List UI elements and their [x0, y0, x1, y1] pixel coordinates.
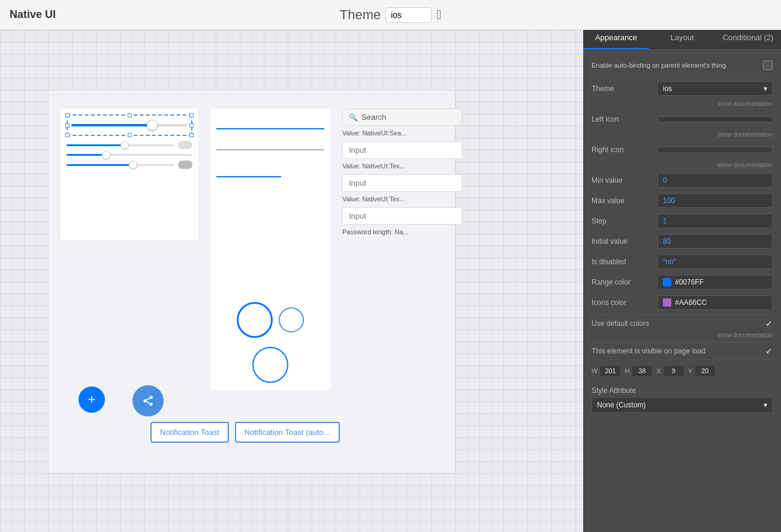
style-attr-row: Style Attribute None (Custom) ▾ — [592, 386, 773, 413]
input-value-text-2: Value: NativeUI:Tex... — [342, 195, 462, 202]
max-value-label: Max value — [592, 197, 658, 205]
fab-share-button[interactable] — [132, 385, 164, 416]
handle-ml[interactable] — [65, 123, 70, 128]
right-icon-value[interactable] — [658, 147, 773, 153]
is-disabled-prop-row: Is disabled "no" — [592, 253, 773, 270]
initial-value-input[interactable]: 80 — [658, 234, 773, 249]
left-icon-show-doc[interactable]: show documentation — [592, 131, 773, 138]
handle-tm[interactable] — [128, 113, 132, 117]
text-field-3[interactable] — [216, 162, 281, 177]
radio-circle-3[interactable] — [252, 347, 288, 383]
input-field-1[interactable] — [342, 141, 462, 159]
tab-appearance[interactable]: Appearance — [583, 27, 649, 49]
svg-line-4 — [146, 398, 150, 400]
slider-selected[interactable] — [67, 114, 192, 136]
visible-on-load-row: This element is visible on page load ✓ — [592, 342, 773, 359]
max-value-input[interactable]: 100 — [658, 194, 773, 208]
style-attr-label: Style Attribute — [592, 386, 773, 395]
step-label: Step — [592, 217, 658, 225]
auto-bind-toggle[interactable] — [763, 61, 773, 70]
input-field-3[interactable] — [342, 207, 462, 225]
visible-check-icon[interactable]: ✓ — [765, 346, 773, 356]
notification-toast-button[interactable]: Notification Toast — [150, 422, 229, 443]
range-color-label: Range color — [592, 278, 658, 286]
y-group: Y 20 — [688, 365, 716, 377]
slider-mini-fill-3 — [67, 154, 104, 156]
text-field-1[interactable] — [216, 114, 324, 129]
use-default-check-icon[interactable]: ✓ — [765, 319, 773, 328]
share-icon — [142, 395, 154, 407]
use-default-show-doc[interactable]: show documentation — [592, 332, 773, 338]
search-box[interactable]: 🔍 Search — [342, 108, 462, 126]
y-value[interactable]: 20 — [694, 365, 716, 377]
icons-color-label: Icons color — [592, 298, 658, 307]
svg-point-0 — [150, 396, 153, 399]
input-field-2[interactable] — [342, 174, 462, 192]
use-default-label: Use default colors — [592, 319, 649, 328]
left-icon-value[interactable] — [658, 116, 773, 122]
handle-br[interactable] — [189, 133, 194, 137]
radio-circles-area — [210, 294, 330, 390]
input-value-text-1: Value: NativeUI:Tex... — [342, 162, 462, 170]
apple-icon:  — [436, 7, 441, 23]
slider-mini-thumb-3[interactable] — [102, 151, 110, 159]
w-label: W — [592, 367, 598, 374]
slider-track-1[interactable] — [71, 124, 188, 126]
slider-mini-3[interactable] — [67, 154, 192, 156]
icons-color-input[interactable]: #AA66CC — [658, 295, 773, 310]
handle-bl[interactable] — [65, 133, 70, 137]
theme-select[interactable]: ios android — [385, 7, 432, 23]
fab-plus-button[interactable]: + — [79, 386, 105, 413]
right-icon-show-doc[interactable]: show documentation — [592, 162, 773, 168]
svg-point-2 — [150, 403, 153, 406]
search-icon: 🔍 — [349, 113, 358, 122]
w-value[interactable]: 201 — [599, 365, 621, 377]
slider-fill-1 — [71, 124, 153, 126]
handle-tr[interactable] — [189, 113, 194, 117]
handle-mr[interactable] — [189, 123, 194, 128]
height-group: H 38 — [625, 365, 653, 377]
min-value-input[interactable]: 0 — [658, 173, 773, 188]
handle-tl[interactable] — [65, 113, 70, 117]
min-value-prop-row: Min value 0 — [592, 172, 773, 189]
theme-prop-value[interactable]: ios ▾ — [658, 81, 773, 96]
search-input-area: 🔍 Search Value: NativeUI:Sea... Value: N… — [342, 108, 462, 468]
radio-circle-1[interactable] — [237, 302, 273, 338]
style-attr-select[interactable]: None (Custom) ▾ — [592, 397, 773, 413]
search-value-text: Value: NativeUI:Sea... — [342, 129, 462, 137]
toggle-4[interactable] — [178, 161, 192, 169]
x-value[interactable]: 9 — [663, 365, 684, 377]
max-value-prop-row: Max value 100 — [592, 192, 773, 209]
radio-circle-2[interactable] — [279, 307, 304, 332]
app-title: Native UI — [10, 8, 56, 21]
text-field-2[interactable] — [216, 135, 324, 150]
search-text: Search — [361, 113, 386, 122]
tab-conditional[interactable]: Conditional (2) — [715, 27, 781, 49]
slider-widget-area — [61, 108, 198, 240]
h-value[interactable]: 38 — [631, 365, 653, 377]
is-disabled-label: Is disabled — [592, 258, 658, 266]
slider-mini-4[interactable] — [67, 164, 174, 166]
tab-layout[interactable]: Layout — [649, 27, 715, 49]
toggle-2[interactable] — [178, 141, 192, 149]
theme-show-doc[interactable]: show documentation — [592, 101, 773, 107]
x-group: X 9 — [656, 365, 684, 377]
slider-mini-thumb-4[interactable] — [129, 161, 137, 169]
step-input[interactable]: 1 — [658, 214, 773, 228]
slider-thumb-1[interactable] — [147, 120, 158, 131]
panel-content: Enable auto-binding on parent element's … — [583, 50, 781, 532]
slider-mini-2[interactable] — [67, 144, 174, 146]
notification-toast-auto-button[interactable]: Notification Toast (auto... — [235, 422, 340, 443]
is-disabled-input[interactable]: "no" — [658, 255, 773, 269]
handle-bm[interactable] — [128, 133, 132, 137]
range-color-swatch — [663, 278, 671, 286]
width-group: W 201 — [592, 365, 621, 377]
theme-label: Theme — [340, 7, 381, 23]
range-color-input[interactable]: #0076FF — [658, 275, 773, 289]
h-label: H — [625, 367, 629, 374]
text-fields-area — [210, 108, 330, 300]
slider-mini-thumb-2[interactable] — [120, 141, 129, 149]
initial-value-label: Initial value — [592, 237, 658, 246]
left-icon-prop-row: Left icon — [592, 111, 773, 128]
x-label: X — [656, 367, 661, 374]
